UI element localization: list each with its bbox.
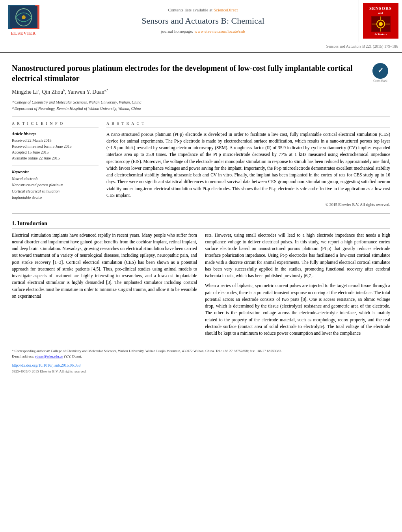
article-title: Nanostructured porous platinum electrode… — [12, 63, 367, 83]
affiliation-a: ᵃ College of Chemistry and Molecular Sci… — [12, 99, 390, 106]
intro-col1-para1: Electrical stimulation implants have adv… — [12, 232, 197, 300]
svg-point-5 — [379, 22, 383, 26]
introduction-heading: 1. Introduction — [12, 220, 390, 229]
journal-title-block: Contents lists available at ScienceDirec… — [47, 0, 359, 42]
keyword-1: Neural electrode — [12, 176, 99, 182]
affiliations: ᵃ College of Chemistry and Molecular Sci… — [12, 99, 390, 112]
journal-reference: Sensors and Actuators B 221 (2015) 179–1… — [0, 42, 402, 50]
elsevier-text: ELSEVIER — [11, 30, 36, 36]
copyright-line: © 2015 Elsevier B.V. All rights reserved… — [106, 202, 390, 208]
authors-line: Mingzhe Lia, Qin Zhoub, Yanwen Y. Duana,… — [12, 88, 390, 96]
affiliation-b: ᵇ Department of Neurology, Renmin Hospit… — [12, 106, 390, 112]
issn-line: 0925-4005/© 2015 Elsevier B.V. All right… — [12, 369, 390, 374]
email-link[interactable]: yduan@whu.edu.cn — [35, 354, 63, 358]
svg-point-2 — [22, 15, 26, 19]
keyword-4: Implantable device — [12, 195, 99, 201]
elsevier-logo: ELSEVIER — [0, 0, 47, 42]
intro-col2-para2: When a series of biphasic, symmetric cur… — [205, 282, 390, 337]
sciencedirect-link[interactable]: ScienceDirect — [214, 7, 238, 12]
article-title-section: Nanostructured porous platinum electrode… — [12, 59, 390, 83]
history-title: Article history: — [12, 131, 99, 137]
crossmark-label: CrossMark — [373, 79, 387, 83]
email-line: E-mail address: yduan@whu.edu.cn (Y.Y. D… — [12, 354, 390, 360]
sensors-logo-top: SENSORS — [369, 6, 392, 11]
keyword-2: Nanostructured porous platinum — [12, 182, 99, 188]
intro-col2-para1: rats. However, using small electrodes wi… — [205, 232, 390, 280]
crossmark-block: ✓ CrossMark — [370, 63, 390, 83]
keywords-title: Keywords: — [12, 169, 99, 175]
sciencedirect-line: Contents lists available at ScienceDirec… — [168, 7, 238, 13]
crossmark-icon: ✓ — [372, 63, 388, 79]
corresponding-note: * Corresponding author at: College of Ch… — [12, 348, 390, 354]
journal-header: ELSEVIER Contents lists available at Sci… — [0, 0, 402, 53]
doi-link[interactable]: http://dx.doi.org/10.1016/j.snb.2015.06.… — [12, 363, 81, 367]
article-info-column: A R T I C L E I N F O Article history: R… — [12, 121, 99, 208]
abstract-text: A nano-structured porous platinum (Pt-p)… — [106, 131, 390, 199]
keyword-3: Cortical electrical stimulation — [12, 188, 99, 195]
journal-homepage: journal homepage: www.elsevier.com/locat… — [161, 28, 245, 34]
info-abstract-section: A R T I C L E I N F O Article history: R… — [12, 121, 390, 208]
footnotes: * Corresponding author at: College of Ch… — [12, 346, 390, 374]
keywords-group: Keywords: Neural electrode Nanostructure… — [12, 169, 99, 201]
introduction-section: 1. Introduction Electrical stimulation i… — [12, 220, 390, 340]
homepage-link[interactable]: www.elsevier.com/locate/snb — [194, 29, 245, 33]
email-suffix: (Y.Y. Duan). — [64, 354, 82, 358]
article-info-label: A R T I C L E I N F O — [12, 121, 99, 128]
article-history: Article history: Received 22 March 2015 … — [12, 131, 99, 161]
sensors-logo: SENSORS and AcTuators — [359, 0, 402, 42]
available-date: Available online 22 June 2015 — [12, 155, 99, 161]
divider-1 — [12, 117, 390, 117]
abstract-label: A B S T R A C T — [106, 121, 390, 128]
received-revised-date: Received in revised form 5 June 2015 — [12, 143, 99, 149]
accepted-date: Accepted 15 June 2015 — [12, 149, 99, 155]
abstract-column: A B S T R A C T A nano-structured porous… — [106, 121, 390, 208]
keywords-list: Neural electrode Nanostructured porous p… — [12, 176, 99, 201]
introduction-col2: rats. However, using small electrodes wi… — [205, 232, 390, 340]
journal-title: Sensors and Actuators B: Chemical — [141, 15, 264, 27]
main-content: Nanostructured porous platinum electrode… — [0, 53, 402, 380]
email-label: E-mail address: — [12, 354, 34, 358]
divider-2 — [12, 213, 390, 214]
introduction-col1: Electrical stimulation implants have adv… — [12, 232, 197, 340]
introduction-columns: Electrical stimulation implants have adv… — [12, 232, 390, 340]
received-date: Received 22 March 2015 — [12, 137, 99, 143]
divider-info — [12, 165, 99, 165]
